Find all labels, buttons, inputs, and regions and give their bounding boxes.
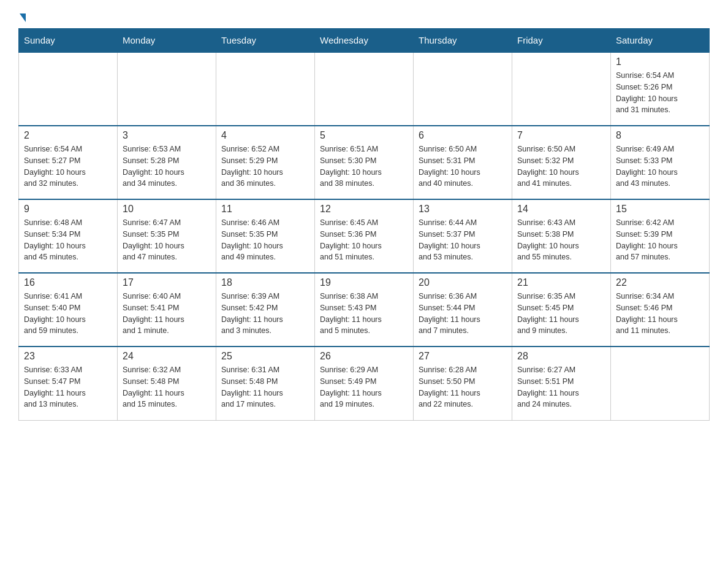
- day-info: Sunrise: 6:49 AM Sunset: 5:33 PM Dayligh…: [616, 144, 704, 190]
- day-info: Sunrise: 6:40 AM Sunset: 5:41 PM Dayligh…: [123, 291, 211, 337]
- calendar-day-cell: [19, 52, 118, 126]
- day-number: 3: [123, 130, 211, 141]
- day-number: 10: [123, 204, 211, 215]
- day-of-week-header: Sunday: [19, 29, 118, 53]
- calendar-day-cell: 25Sunrise: 6:31 AM Sunset: 5:48 PM Dayli…: [216, 347, 315, 420]
- day-info: Sunrise: 6:54 AM Sunset: 5:27 PM Dayligh…: [24, 144, 112, 190]
- calendar-day-cell: 8Sunrise: 6:49 AM Sunset: 5:33 PM Daylig…: [611, 126, 710, 199]
- calendar-day-cell: 26Sunrise: 6:29 AM Sunset: 5:49 PM Dayli…: [315, 347, 414, 420]
- calendar-day-cell: 22Sunrise: 6:34 AM Sunset: 5:46 PM Dayli…: [611, 273, 710, 347]
- day-number: 28: [517, 351, 605, 362]
- calendar-day-cell: 9Sunrise: 6:48 AM Sunset: 5:34 PM Daylig…: [19, 199, 118, 273]
- day-info: Sunrise: 6:35 AM Sunset: 5:45 PM Dayligh…: [517, 291, 605, 337]
- day-number: 5: [320, 130, 408, 141]
- calendar-day-cell: [611, 347, 710, 420]
- calendar-day-cell: [315, 52, 414, 126]
- calendar-day-cell: 19Sunrise: 6:38 AM Sunset: 5:43 PM Dayli…: [315, 273, 414, 347]
- calendar-day-cell: 15Sunrise: 6:42 AM Sunset: 5:39 PM Dayli…: [611, 199, 710, 273]
- day-of-week-header: Thursday: [414, 29, 512, 53]
- day-info: Sunrise: 6:33 AM Sunset: 5:47 PM Dayligh…: [24, 364, 112, 410]
- day-info: Sunrise: 6:46 AM Sunset: 5:35 PM Dayligh…: [221, 217, 309, 263]
- day-number: 18: [221, 277, 309, 288]
- day-of-week-header: Wednesday: [315, 29, 414, 53]
- calendar-day-cell: 2Sunrise: 6:54 AM Sunset: 5:27 PM Daylig…: [19, 126, 118, 199]
- calendar-day-cell: [512, 52, 611, 126]
- day-number: 15: [616, 204, 704, 215]
- day-of-week-header: Tuesday: [216, 29, 315, 53]
- calendar-table: SundayMondayTuesdayWednesdayThursdayFrid…: [18, 28, 710, 421]
- logo: [18, 12, 26, 22]
- day-info: Sunrise: 6:36 AM Sunset: 5:44 PM Dayligh…: [419, 291, 507, 337]
- calendar-header-row: SundayMondayTuesdayWednesdayThursdayFrid…: [19, 29, 710, 53]
- day-info: Sunrise: 6:48 AM Sunset: 5:34 PM Dayligh…: [24, 217, 112, 263]
- day-number: 6: [419, 130, 507, 141]
- page-header: [18, 12, 710, 22]
- calendar-week-row: 23Sunrise: 6:33 AM Sunset: 5:47 PM Dayli…: [19, 347, 710, 420]
- day-number: 14: [517, 204, 605, 215]
- calendar-day-cell: 10Sunrise: 6:47 AM Sunset: 5:35 PM Dayli…: [118, 199, 216, 273]
- day-of-week-header: Monday: [118, 29, 216, 53]
- day-info: Sunrise: 6:53 AM Sunset: 5:28 PM Dayligh…: [123, 144, 211, 190]
- day-info: Sunrise: 6:45 AM Sunset: 5:36 PM Dayligh…: [320, 217, 408, 263]
- calendar-day-cell: 21Sunrise: 6:35 AM Sunset: 5:45 PM Dayli…: [512, 273, 611, 347]
- day-of-week-header: Saturday: [611, 29, 710, 53]
- calendar-day-cell: 12Sunrise: 6:45 AM Sunset: 5:36 PM Dayli…: [315, 199, 414, 273]
- day-info: Sunrise: 6:47 AM Sunset: 5:35 PM Dayligh…: [123, 217, 211, 263]
- day-info: Sunrise: 6:41 AM Sunset: 5:40 PM Dayligh…: [24, 291, 112, 337]
- day-info: Sunrise: 6:51 AM Sunset: 5:30 PM Dayligh…: [320, 144, 408, 190]
- day-number: 24: [123, 351, 211, 362]
- day-number: 13: [419, 204, 507, 215]
- day-of-week-header: Friday: [512, 29, 611, 53]
- day-info: Sunrise: 6:42 AM Sunset: 5:39 PM Dayligh…: [616, 217, 704, 263]
- calendar-day-cell: 18Sunrise: 6:39 AM Sunset: 5:42 PM Dayli…: [216, 273, 315, 347]
- calendar-day-cell: [414, 52, 512, 126]
- day-info: Sunrise: 6:44 AM Sunset: 5:37 PM Dayligh…: [419, 217, 507, 263]
- day-info: Sunrise: 6:54 AM Sunset: 5:26 PM Dayligh…: [616, 70, 704, 116]
- calendar-day-cell: 27Sunrise: 6:28 AM Sunset: 5:50 PM Dayli…: [414, 347, 512, 420]
- day-number: 21: [517, 277, 605, 288]
- day-number: 2: [24, 130, 112, 141]
- day-info: Sunrise: 6:31 AM Sunset: 5:48 PM Dayligh…: [221, 364, 309, 410]
- day-number: 11: [221, 204, 309, 215]
- day-number: 12: [320, 204, 408, 215]
- day-info: Sunrise: 6:39 AM Sunset: 5:42 PM Dayligh…: [221, 291, 309, 337]
- calendar-day-cell: 14Sunrise: 6:43 AM Sunset: 5:38 PM Dayli…: [512, 199, 611, 273]
- calendar-day-cell: [118, 52, 216, 126]
- day-number: 8: [616, 130, 704, 141]
- day-info: Sunrise: 6:50 AM Sunset: 5:31 PM Dayligh…: [419, 144, 507, 190]
- calendar-day-cell: 20Sunrise: 6:36 AM Sunset: 5:44 PM Dayli…: [414, 273, 512, 347]
- calendar-week-row: 16Sunrise: 6:41 AM Sunset: 5:40 PM Dayli…: [19, 273, 710, 347]
- day-number: 7: [517, 130, 605, 141]
- day-number: 4: [221, 130, 309, 141]
- day-info: Sunrise: 6:32 AM Sunset: 5:48 PM Dayligh…: [123, 364, 211, 410]
- day-info: Sunrise: 6:27 AM Sunset: 5:51 PM Dayligh…: [517, 364, 605, 410]
- calendar-day-cell: 11Sunrise: 6:46 AM Sunset: 5:35 PM Dayli…: [216, 199, 315, 273]
- calendar-day-cell: 4Sunrise: 6:52 AM Sunset: 5:29 PM Daylig…: [216, 126, 315, 199]
- day-number: 1: [616, 56, 704, 67]
- day-number: 27: [419, 351, 507, 362]
- day-info: Sunrise: 6:43 AM Sunset: 5:38 PM Dayligh…: [517, 217, 605, 263]
- day-info: Sunrise: 6:52 AM Sunset: 5:29 PM Dayligh…: [221, 144, 309, 190]
- calendar-day-cell: 17Sunrise: 6:40 AM Sunset: 5:41 PM Dayli…: [118, 273, 216, 347]
- calendar-day-cell: 13Sunrise: 6:44 AM Sunset: 5:37 PM Dayli…: [414, 199, 512, 273]
- calendar-day-cell: 16Sunrise: 6:41 AM Sunset: 5:40 PM Dayli…: [19, 273, 118, 347]
- calendar-day-cell: 23Sunrise: 6:33 AM Sunset: 5:47 PM Dayli…: [19, 347, 118, 420]
- day-number: 26: [320, 351, 408, 362]
- day-info: Sunrise: 6:50 AM Sunset: 5:32 PM Dayligh…: [517, 144, 605, 190]
- calendar-week-row: 1Sunrise: 6:54 AM Sunset: 5:26 PM Daylig…: [19, 52, 710, 126]
- calendar-day-cell: [216, 52, 315, 126]
- day-number: 16: [24, 277, 112, 288]
- day-info: Sunrise: 6:34 AM Sunset: 5:46 PM Dayligh…: [616, 291, 704, 337]
- day-number: 23: [24, 351, 112, 362]
- day-number: 22: [616, 277, 704, 288]
- day-number: 20: [419, 277, 507, 288]
- day-info: Sunrise: 6:29 AM Sunset: 5:49 PM Dayligh…: [320, 364, 408, 410]
- day-number: 19: [320, 277, 408, 288]
- day-number: 9: [24, 204, 112, 215]
- day-number: 25: [221, 351, 309, 362]
- day-number: 17: [123, 277, 211, 288]
- calendar-week-row: 2Sunrise: 6:54 AM Sunset: 5:27 PM Daylig…: [19, 126, 710, 199]
- calendar-day-cell: 28Sunrise: 6:27 AM Sunset: 5:51 PM Dayli…: [512, 347, 611, 420]
- calendar-day-cell: 3Sunrise: 6:53 AM Sunset: 5:28 PM Daylig…: [118, 126, 216, 199]
- calendar-day-cell: 7Sunrise: 6:50 AM Sunset: 5:32 PM Daylig…: [512, 126, 611, 199]
